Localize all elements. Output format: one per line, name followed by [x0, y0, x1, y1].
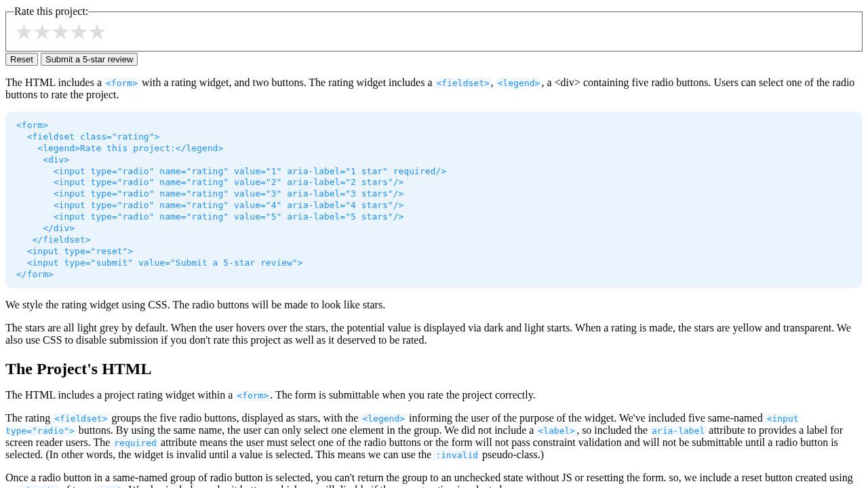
- code-aria-label: aria-label: [650, 426, 706, 436]
- code-label-tag: <label>: [536, 426, 576, 436]
- code-fieldset-tag: <fieldset>: [435, 78, 491, 88]
- text: ,: [491, 77, 496, 88]
- text: The rating: [5, 412, 53, 424]
- rating-fieldset: Rate this project: ★★★★★: [5, 5, 863, 52]
- rating-form: Rate this project: ★★★★★ Reset Submit a …: [5, 5, 863, 66]
- submit-button[interactable]: Submit a 5-star review: [41, 53, 138, 66]
- code-required: required: [113, 438, 158, 448]
- paragraph-fieldset-desc: The rating <fieldset> groups the five ra…: [5, 412, 863, 461]
- form-buttons: Reset Submit a 5-star review: [5, 53, 863, 66]
- code-input-tag: <input>: [18, 485, 58, 488]
- text: buttons. By using the same name, the use…: [76, 424, 537, 436]
- text: . We also include a submit button, which…: [123, 484, 505, 488]
- text: of type: [58, 484, 94, 488]
- heading-project-html: The Project's HTML: [5, 360, 863, 378]
- text: . The form is submittable when you rate …: [270, 389, 535, 401]
- code-reset-type: reset: [94, 485, 123, 488]
- code-form-tag: <form>: [104, 78, 139, 88]
- paragraph-intro: The HTML includes a <form> with a rating…: [5, 77, 863, 101]
- code-legend-tag: <legend>: [361, 413, 406, 424]
- code-fieldset-tag: <fieldset>: [53, 413, 108, 424]
- paragraph-stars-behavior: The stars are all light grey by default.…: [5, 322, 863, 346]
- text: with a rating widget, and two buttons. T…: [139, 77, 435, 88]
- text: , so included the: [576, 424, 650, 436]
- paragraph-css-intro: We style the rating widget using CSS. Th…: [5, 299, 863, 311]
- star-rating-widget[interactable]: ★★★★★: [14, 21, 854, 43]
- text: The HTML includes a: [5, 77, 104, 88]
- html-code-block: <form> <fieldset class="rating"> <legend…: [5, 112, 863, 288]
- paragraph-reset-desc: Once a radio button in a same-named grou…: [5, 472, 863, 488]
- text: groups the five radio buttons, displayed…: [108, 412, 361, 424]
- text: informing the user of the purpose of the…: [406, 412, 766, 424]
- code-invalid-pseudo: :invalid: [434, 450, 479, 460]
- text: pseudo-class.): [479, 449, 544, 460]
- rating-legend: Rate this project:: [14, 5, 88, 18]
- paragraph-form-desc: The HTML includes a project rating widge…: [5, 389, 863, 401]
- reset-button[interactable]: Reset: [5, 53, 38, 66]
- code-form-tag: <form>: [235, 390, 270, 401]
- text: The HTML includes a project rating widge…: [5, 389, 235, 401]
- code-legend-tag: <legend>: [496, 78, 542, 88]
